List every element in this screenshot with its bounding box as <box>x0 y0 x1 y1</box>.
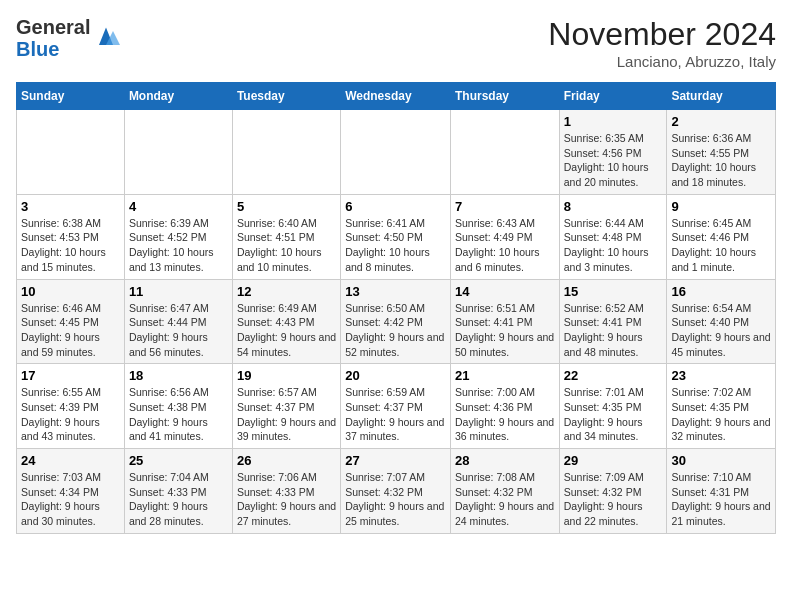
calendar-cell: 15Sunrise: 6:52 AM Sunset: 4:41 PM Dayli… <box>559 279 667 364</box>
calendar-cell: 14Sunrise: 6:51 AM Sunset: 4:41 PM Dayli… <box>450 279 559 364</box>
day-number: 18 <box>129 368 228 383</box>
day-number: 17 <box>21 368 120 383</box>
calendar-cell <box>232 110 340 195</box>
day-number: 13 <box>345 284 446 299</box>
day-number: 11 <box>129 284 228 299</box>
day-info: Sunrise: 6:54 AM Sunset: 4:40 PM Dayligh… <box>671 302 770 358</box>
calendar-cell: 25Sunrise: 7:04 AM Sunset: 4:33 PM Dayli… <box>124 449 232 534</box>
day-info: Sunrise: 6:49 AM Sunset: 4:43 PM Dayligh… <box>237 302 336 358</box>
calendar-cell: 12Sunrise: 6:49 AM Sunset: 4:43 PM Dayli… <box>232 279 340 364</box>
day-info: Sunrise: 6:50 AM Sunset: 4:42 PM Dayligh… <box>345 302 444 358</box>
col-header-thursday: Thursday <box>450 83 559 110</box>
page-header: General Blue November 2024 Lanciano, Abr… <box>16 16 776 70</box>
day-number: 27 <box>345 453 446 468</box>
logo-general: General <box>16 16 90 38</box>
calendar-cell: 17Sunrise: 6:55 AM Sunset: 4:39 PM Dayli… <box>17 364 125 449</box>
day-info: Sunrise: 6:38 AM Sunset: 4:53 PM Dayligh… <box>21 217 106 273</box>
day-number: 6 <box>345 199 446 214</box>
location: Lanciano, Abruzzo, Italy <box>548 53 776 70</box>
day-number: 1 <box>564 114 663 129</box>
day-number: 16 <box>671 284 771 299</box>
day-info: Sunrise: 6:55 AM Sunset: 4:39 PM Dayligh… <box>21 386 101 442</box>
calendar-cell: 3Sunrise: 6:38 AM Sunset: 4:53 PM Daylig… <box>17 194 125 279</box>
calendar-cell: 11Sunrise: 6:47 AM Sunset: 4:44 PM Dayli… <box>124 279 232 364</box>
calendar-cell: 29Sunrise: 7:09 AM Sunset: 4:32 PM Dayli… <box>559 449 667 534</box>
day-info: Sunrise: 7:02 AM Sunset: 4:35 PM Dayligh… <box>671 386 770 442</box>
day-number: 25 <box>129 453 228 468</box>
col-header-wednesday: Wednesday <box>341 83 451 110</box>
day-number: 24 <box>21 453 120 468</box>
day-info: Sunrise: 7:06 AM Sunset: 4:33 PM Dayligh… <box>237 471 336 527</box>
month-title: November 2024 <box>548 16 776 53</box>
calendar-cell: 2Sunrise: 6:36 AM Sunset: 4:55 PM Daylig… <box>667 110 776 195</box>
day-info: Sunrise: 7:01 AM Sunset: 4:35 PM Dayligh… <box>564 386 644 442</box>
calendar-cell: 8Sunrise: 6:44 AM Sunset: 4:48 PM Daylig… <box>559 194 667 279</box>
day-number: 8 <box>564 199 663 214</box>
calendar-header: SundayMondayTuesdayWednesdayThursdayFrid… <box>17 83 776 110</box>
calendar-cell: 24Sunrise: 7:03 AM Sunset: 4:34 PM Dayli… <box>17 449 125 534</box>
calendar-cell: 21Sunrise: 7:00 AM Sunset: 4:36 PM Dayli… <box>450 364 559 449</box>
title-block: November 2024 Lanciano, Abruzzo, Italy <box>548 16 776 70</box>
day-info: Sunrise: 6:59 AM Sunset: 4:37 PM Dayligh… <box>345 386 444 442</box>
day-info: Sunrise: 6:36 AM Sunset: 4:55 PM Dayligh… <box>671 132 756 188</box>
week-row-5: 24Sunrise: 7:03 AM Sunset: 4:34 PM Dayli… <box>17 449 776 534</box>
day-info: Sunrise: 6:39 AM Sunset: 4:52 PM Dayligh… <box>129 217 214 273</box>
day-info: Sunrise: 7:03 AM Sunset: 4:34 PM Dayligh… <box>21 471 101 527</box>
day-number: 10 <box>21 284 120 299</box>
calendar-cell: 26Sunrise: 7:06 AM Sunset: 4:33 PM Dayli… <box>232 449 340 534</box>
day-info: Sunrise: 6:47 AM Sunset: 4:44 PM Dayligh… <box>129 302 209 358</box>
day-number: 30 <box>671 453 771 468</box>
calendar-cell <box>124 110 232 195</box>
logo-blue: Blue <box>16 38 59 60</box>
calendar-table: SundayMondayTuesdayWednesdayThursdayFrid… <box>16 82 776 534</box>
week-row-2: 3Sunrise: 6:38 AM Sunset: 4:53 PM Daylig… <box>17 194 776 279</box>
calendar-cell: 19Sunrise: 6:57 AM Sunset: 4:37 PM Dayli… <box>232 364 340 449</box>
day-number: 21 <box>455 368 555 383</box>
day-number: 9 <box>671 199 771 214</box>
calendar-cell: 5Sunrise: 6:40 AM Sunset: 4:51 PM Daylig… <box>232 194 340 279</box>
day-info: Sunrise: 7:08 AM Sunset: 4:32 PM Dayligh… <box>455 471 554 527</box>
calendar-cell: 27Sunrise: 7:07 AM Sunset: 4:32 PM Dayli… <box>341 449 451 534</box>
day-info: Sunrise: 6:52 AM Sunset: 4:41 PM Dayligh… <box>564 302 644 358</box>
day-number: 20 <box>345 368 446 383</box>
day-info: Sunrise: 7:07 AM Sunset: 4:32 PM Dayligh… <box>345 471 444 527</box>
calendar-cell: 4Sunrise: 6:39 AM Sunset: 4:52 PM Daylig… <box>124 194 232 279</box>
week-row-4: 17Sunrise: 6:55 AM Sunset: 4:39 PM Dayli… <box>17 364 776 449</box>
calendar-cell: 18Sunrise: 6:56 AM Sunset: 4:38 PM Dayli… <box>124 364 232 449</box>
day-info: Sunrise: 6:43 AM Sunset: 4:49 PM Dayligh… <box>455 217 540 273</box>
calendar-cell: 28Sunrise: 7:08 AM Sunset: 4:32 PM Dayli… <box>450 449 559 534</box>
logo: General Blue <box>16 16 120 60</box>
day-number: 2 <box>671 114 771 129</box>
day-number: 26 <box>237 453 336 468</box>
calendar-cell: 1Sunrise: 6:35 AM Sunset: 4:56 PM Daylig… <box>559 110 667 195</box>
calendar-cell: 6Sunrise: 6:41 AM Sunset: 4:50 PM Daylig… <box>341 194 451 279</box>
day-info: Sunrise: 7:00 AM Sunset: 4:36 PM Dayligh… <box>455 386 554 442</box>
day-number: 5 <box>237 199 336 214</box>
col-header-tuesday: Tuesday <box>232 83 340 110</box>
day-number: 3 <box>21 199 120 214</box>
day-info: Sunrise: 7:09 AM Sunset: 4:32 PM Dayligh… <box>564 471 644 527</box>
day-info: Sunrise: 6:35 AM Sunset: 4:56 PM Dayligh… <box>564 132 649 188</box>
calendar-cell: 20Sunrise: 6:59 AM Sunset: 4:37 PM Dayli… <box>341 364 451 449</box>
col-header-saturday: Saturday <box>667 83 776 110</box>
day-info: Sunrise: 6:56 AM Sunset: 4:38 PM Dayligh… <box>129 386 209 442</box>
calendar-cell <box>341 110 451 195</box>
day-number: 28 <box>455 453 555 468</box>
day-info: Sunrise: 6:57 AM Sunset: 4:37 PM Dayligh… <box>237 386 336 442</box>
day-info: Sunrise: 6:45 AM Sunset: 4:46 PM Dayligh… <box>671 217 756 273</box>
calendar-cell: 16Sunrise: 6:54 AM Sunset: 4:40 PM Dayli… <box>667 279 776 364</box>
day-number: 19 <box>237 368 336 383</box>
calendar-cell: 30Sunrise: 7:10 AM Sunset: 4:31 PM Dayli… <box>667 449 776 534</box>
day-number: 23 <box>671 368 771 383</box>
calendar-cell: 22Sunrise: 7:01 AM Sunset: 4:35 PM Dayli… <box>559 364 667 449</box>
day-info: Sunrise: 6:46 AM Sunset: 4:45 PM Dayligh… <box>21 302 101 358</box>
day-number: 7 <box>455 199 555 214</box>
logo-icon <box>92 24 120 52</box>
calendar-cell: 9Sunrise: 6:45 AM Sunset: 4:46 PM Daylig… <box>667 194 776 279</box>
col-header-friday: Friday <box>559 83 667 110</box>
calendar-cell: 23Sunrise: 7:02 AM Sunset: 4:35 PM Dayli… <box>667 364 776 449</box>
day-info: Sunrise: 6:41 AM Sunset: 4:50 PM Dayligh… <box>345 217 430 273</box>
day-number: 12 <box>237 284 336 299</box>
col-header-monday: Monday <box>124 83 232 110</box>
calendar-cell: 10Sunrise: 6:46 AM Sunset: 4:45 PM Dayli… <box>17 279 125 364</box>
